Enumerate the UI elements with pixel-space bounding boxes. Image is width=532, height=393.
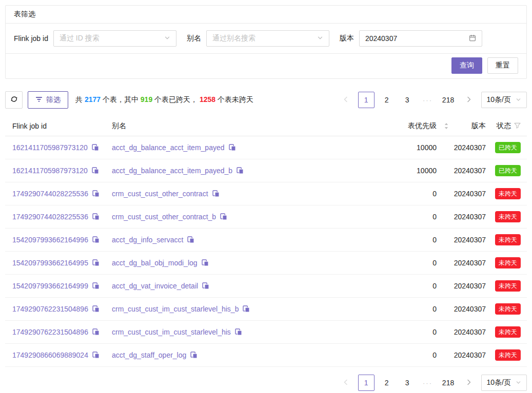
copy-icon[interactable] (237, 167, 244, 174)
alias-link[interactable]: crm_cust_cust_other_contract_b (112, 213, 216, 221)
copy-icon[interactable] (92, 259, 100, 266)
page-button-2[interactable]: 2 (379, 92, 395, 108)
version-cell: 20240307 (437, 259, 486, 267)
prev-page-button[interactable] (338, 92, 354, 108)
page-button-3[interactable]: 3 (399, 375, 416, 391)
filter-actions: 查询 重置 (6, 54, 526, 78)
alias-field: 别名 通过别名搜索 (187, 30, 329, 47)
copy-icon[interactable] (92, 190, 100, 197)
copy-icon[interactable] (92, 213, 100, 220)
copy-icon[interactable] (202, 282, 209, 289)
footer: 1 2 3 ··· 218 10条/页 (5, 375, 527, 391)
page-ellipsis[interactable]: ··· (420, 375, 436, 391)
alias-link[interactable]: acct_dg_vat_invoice_detail (112, 282, 198, 290)
flink-job-id-link[interactable]: 1621411705987973120 (12, 143, 88, 152)
flink-job-id-link[interactable]: 1749290762231504896 (12, 328, 88, 336)
page-size-label: 10条/页 (487, 95, 511, 105)
table-row: 1542097993662164996 acct_dg_info_servacc… (5, 229, 527, 252)
header-priority[interactable]: 表优先级 (375, 121, 437, 131)
alias-link[interactable]: acct_dg_staff_oper_log (112, 351, 186, 359)
status-badge: 未跨天 (495, 303, 521, 315)
table-row: 1749290762231504896 crm_cust_cust_im_cus… (5, 321, 527, 344)
alias-link[interactable]: crm_cust_cust_im_cust_starlevel_his_b (112, 305, 239, 313)
copy-icon[interactable] (92, 351, 100, 359)
copy-icon[interactable] (190, 351, 198, 359)
header-flink-job-id: Flink job id (5, 122, 105, 130)
flink-job-id-link[interactable]: 1542097993662164996 (12, 236, 88, 244)
copy-icon[interactable] (92, 144, 99, 151)
page-size-select[interactable]: 10条/页 (481, 92, 527, 108)
page-button-3[interactable]: 3 (399, 92, 416, 108)
alias-link[interactable]: crm_cust_cust_other_contract (112, 190, 208, 198)
filter-toggle-button[interactable]: 筛选 (28, 91, 68, 109)
alias-link[interactable]: acct_dg_balance_acct_item_payed (112, 143, 225, 152)
copy-icon[interactable] (212, 190, 220, 197)
page-button-2[interactable]: 2 (379, 375, 395, 391)
version-date-input[interactable]: 20240307 (359, 30, 482, 47)
copy-icon[interactable] (220, 213, 227, 220)
filter-card-title: 表筛选 (6, 6, 526, 24)
next-page-button[interactable] (461, 375, 477, 391)
page-size-select[interactable]: 10条/页 (481, 375, 527, 391)
chevron-left-icon (343, 379, 348, 387)
flink-job-id-link[interactable]: 1749290866069889024 (12, 351, 88, 359)
version-cell: 20240307 (437, 236, 486, 244)
page-ellipsis[interactable]: ··· (420, 92, 436, 108)
table-row: 1542097993662164999 acct_dg_vat_invoice_… (5, 275, 527, 298)
flink-job-id-link[interactable]: 1749290744028225536 (12, 213, 88, 221)
alias-cell: acct_dg_vat_invoice_detail (105, 282, 375, 290)
alias-link[interactable]: acct_dg_info_servacct (112, 236, 183, 244)
next-page-button[interactable] (461, 92, 477, 108)
copy-icon[interactable] (229, 144, 236, 151)
flink-job-id-cell: 1542097993662164999 (5, 282, 105, 290)
page-button-1[interactable]: 1 (358, 375, 375, 391)
copy-icon[interactable] (92, 328, 100, 336)
version-cell: 20240307 (437, 351, 486, 359)
flink-job-id-select[interactable]: 通过 ID 搜索 (53, 30, 176, 47)
alias-cell: acct_dg_bal_obj_modi_log (105, 259, 375, 267)
flink-job-id-link[interactable]: 1749290762231504896 (12, 305, 88, 313)
version-cell: 20240307 (437, 305, 486, 313)
sort-carets-icon[interactable] (444, 122, 449, 130)
flink-job-id-link[interactable]: 1542097993662164995 (12, 259, 88, 267)
version-cell: 20240307 (437, 143, 486, 152)
flink-job-id-link[interactable]: 1542097993662164999 (12, 282, 88, 290)
copy-icon[interactable] (92, 167, 99, 174)
page-button-1[interactable]: 1 (358, 92, 375, 108)
table-header-row: Flink job id 别名 表优先级 版本 状态 (5, 116, 527, 136)
copy-icon[interactable] (92, 282, 100, 289)
flink-job-id-link[interactable]: 1621411705987973120 (12, 167, 88, 175)
flink-job-id-link[interactable]: 1749290744028225536 (12, 190, 88, 198)
filter-toggle-label: 筛选 (46, 95, 61, 105)
copy-icon[interactable] (187, 236, 194, 243)
copy-icon[interactable] (92, 236, 100, 243)
reset-button[interactable]: 重置 (487, 57, 518, 74)
status-badge: 未跨天 (495, 188, 521, 199)
page-button-last[interactable]: 218 (440, 375, 457, 391)
table-row: 1749290744028225536 crm_cust_cust_other_… (5, 205, 527, 229)
priority-cell: 0 (375, 305, 437, 313)
stats-text: 个表未跨天 (215, 95, 253, 104)
status-cell: 未跨天 (486, 280, 527, 292)
copy-icon[interactable] (235, 328, 242, 336)
alias-link[interactable]: crm_cust_cust_im_cust_starlevel_his (112, 328, 231, 336)
flink-job-id-cell: 1542097993662164995 (5, 259, 105, 267)
copy-icon[interactable] (202, 259, 209, 266)
table-stats: 共 2177 个表，其中 919 个表已跨天， 1258 个表未跨天 (75, 95, 253, 105)
header-status-label: 状态 (497, 121, 511, 131)
alias-link[interactable]: acct_dg_balance_acct_item_payed_b (112, 167, 232, 175)
filter-funnel-icon[interactable] (514, 122, 521, 130)
pagination-top: 1 2 3 ··· 218 10条/页 (338, 92, 527, 108)
copy-icon[interactable] (92, 305, 100, 313)
page-button-last[interactable]: 218 (440, 92, 457, 108)
copy-icon[interactable] (243, 305, 250, 313)
query-button[interactable]: 查询 (451, 57, 482, 74)
version-value: 20240307 (365, 34, 397, 43)
prev-page-button[interactable] (338, 375, 354, 391)
table-row: 1749290762231504896 crm_cust_cust_im_cus… (5, 298, 527, 321)
alias-select[interactable]: 通过别名搜索 (206, 30, 329, 47)
priority-cell: 0 (375, 328, 437, 336)
alias-link[interactable]: acct_dg_bal_obj_modi_log (112, 259, 198, 267)
refresh-icon (10, 95, 18, 105)
refresh-button[interactable] (5, 91, 23, 109)
